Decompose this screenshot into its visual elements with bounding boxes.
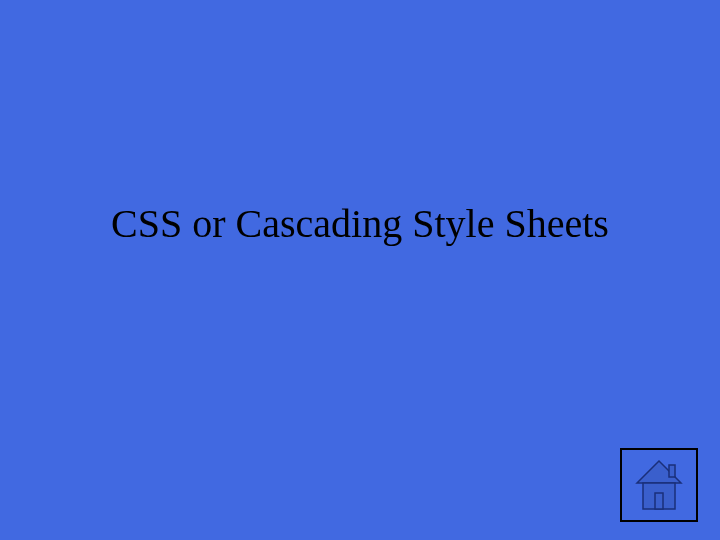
home-button[interactable]	[620, 448, 698, 522]
svg-rect-3	[655, 493, 663, 509]
svg-rect-1	[669, 465, 675, 477]
slide-title: CSS or Cascading Style Sheets	[0, 200, 720, 247]
home-icon	[631, 457, 687, 513]
